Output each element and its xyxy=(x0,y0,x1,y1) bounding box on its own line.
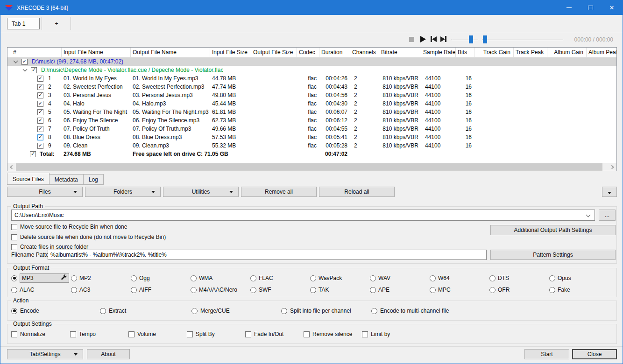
setting-checkbox[interactable] xyxy=(245,331,251,337)
format-option-swf[interactable]: SWF xyxy=(250,285,310,294)
volume-slider-thumb[interactable] xyxy=(469,35,473,43)
format-option-alac[interactable]: ALAC xyxy=(11,285,71,294)
row-checkbox[interactable]: ✓ xyxy=(31,67,37,73)
column-header-bits[interactable]: Bits xyxy=(456,48,474,57)
setting-checkbox[interactable] xyxy=(187,331,193,337)
setting-option-volume[interactable]: Volume xyxy=(128,331,156,337)
format-option-w64[interactable]: W64 xyxy=(430,273,489,283)
format-option-mp2[interactable]: MP2 xyxy=(71,273,131,283)
tab-source-files[interactable]: Source Files xyxy=(7,173,50,185)
option-move-source-file-to-recycle-bin-when-done[interactable]: Move source file to Recycle Bin when don… xyxy=(11,224,127,230)
row-checkbox[interactable]: ✓ xyxy=(21,59,28,65)
format-option-wavpack[interactable]: WavPack xyxy=(310,273,370,283)
toolbar-more-button[interactable] xyxy=(602,187,617,197)
next-track-icon[interactable] xyxy=(440,36,446,42)
additional-output-path-settings-button[interactable]: Additional Output Path Settings xyxy=(490,225,616,235)
tab-log[interactable]: Log xyxy=(83,174,104,185)
pattern-settings-button[interactable]: Pattern Settings xyxy=(490,250,616,260)
toolbar-button-files[interactable]: Files xyxy=(7,187,83,197)
format-option-aiff[interactable]: AIFF xyxy=(131,285,191,294)
format-option-mp3[interactable]: MP3 xyxy=(11,273,71,283)
column-header-sample-rate[interactable]: Sample Rate xyxy=(421,48,456,57)
total-checkbox[interactable]: ✓ xyxy=(30,151,36,157)
column-header-input-file-name[interactable]: Input File Name xyxy=(62,48,131,57)
root-folder-row[interactable]: ✓D:\music\ (9/9, 274.68 MB, 00:47:02) xyxy=(7,57,616,66)
album-row[interactable]: ✓D:\music\Depeche Mode - Violator.flac.c… xyxy=(7,66,616,74)
action-option-merge-cue[interactable]: Merge/CUE xyxy=(191,308,230,314)
track-checkbox[interactable]: ✓ xyxy=(37,92,43,98)
horizontal-scrollbar[interactable] xyxy=(7,163,616,171)
track-checkbox[interactable]: ✓ xyxy=(37,143,43,149)
column-header-track-gain[interactable]: Track Gain xyxy=(474,48,514,57)
format-option-wav[interactable]: WAV xyxy=(370,273,430,283)
selected-format-box[interactable]: MP3 xyxy=(20,273,69,283)
expand-chevron-icon[interactable] xyxy=(23,67,28,72)
toolbar-button-reload-all[interactable]: Reload all xyxy=(319,187,395,197)
option-checkbox[interactable] xyxy=(11,234,17,240)
wrench-icon[interactable] xyxy=(61,274,67,282)
column-header-[interactable]: # xyxy=(7,48,62,57)
filename-pattern-input[interactable] xyxy=(48,250,487,260)
track-checkbox[interactable]: ✓ xyxy=(37,84,43,90)
browse-button[interactable]: ... xyxy=(599,210,616,221)
track-checkbox[interactable]: ✓ xyxy=(37,118,43,124)
track-row[interactable]: ✓808. Blue Dress08. Blue Dress.mp357.53 … xyxy=(7,133,616,141)
format-option-tak[interactable]: TAK xyxy=(310,285,370,294)
option-checkbox[interactable] xyxy=(11,244,17,250)
column-header-input-file-size[interactable]: Input File Size xyxy=(210,48,251,57)
expand-chevron-icon[interactable] xyxy=(14,59,18,63)
maximize-button[interactable] xyxy=(580,0,601,15)
scroll-right-arrow-icon[interactable] xyxy=(609,163,616,171)
volume-slider[interactable] xyxy=(452,35,478,43)
setting-option-normalize[interactable]: Normalize xyxy=(11,331,45,337)
previous-track-icon[interactable] xyxy=(431,36,437,42)
close-button[interactable]: ✕ xyxy=(601,0,623,15)
scrollbar-thumb[interactable] xyxy=(16,163,602,171)
track-checkbox[interactable]: ✓ xyxy=(37,101,43,107)
seek-slider-thumb[interactable] xyxy=(483,35,487,43)
column-header-album-gain[interactable]: Album Gain xyxy=(547,48,587,57)
tab-metadata[interactable]: Metadata xyxy=(49,174,84,185)
option-delete-source-file-when-done-do-not-move-to-recycle-bin[interactable]: Delete source file when done (do not mov… xyxy=(11,234,166,240)
format-option-dts[interactable]: DTS xyxy=(489,273,549,283)
tab-settings-button[interactable]: Tab/Settings xyxy=(7,349,83,359)
scroll-left-arrow-icon[interactable] xyxy=(7,163,15,171)
setting-checkbox[interactable] xyxy=(304,331,310,337)
column-header-track-peak[interactable]: Track Peak xyxy=(514,48,547,57)
setting-option-fade-in-out[interactable]: Fade In/Out xyxy=(245,331,283,337)
about-button[interactable]: About xyxy=(87,349,130,359)
column-header-album-peak[interactable]: Album Peak xyxy=(587,48,616,57)
column-header-duration[interactable]: Duration xyxy=(319,48,350,57)
setting-checkbox[interactable] xyxy=(11,331,17,337)
format-option-ac3[interactable]: AC3 xyxy=(71,285,131,294)
format-option-m4a-aac-nero[interactable]: M4A/AAC/Nero xyxy=(191,285,250,294)
track-row[interactable]: ✓404. Halo04. Halo.mp345.44 MBflac00:04:… xyxy=(7,99,616,108)
track-row[interactable]: ✓202. Sweetest Perfection02. Sweetest Pe… xyxy=(7,83,616,91)
chevron-down-icon[interactable] xyxy=(586,213,591,217)
action-option-split-into-file-per-channel[interactable]: Split into file per channel xyxy=(281,308,351,314)
column-header-codec[interactable]: Codec xyxy=(297,48,319,57)
setting-checkbox[interactable] xyxy=(70,331,76,337)
close-dialog-button[interactable]: Close xyxy=(572,349,617,359)
minimize-button[interactable] xyxy=(558,0,580,15)
track-checkbox[interactable]: ✓ xyxy=(37,76,43,82)
track-row[interactable]: ✓707. Policy Of Truth07. Policy Of Truth… xyxy=(7,125,616,133)
new-tab-button[interactable]: + xyxy=(43,18,70,29)
toolbar-button-utilities[interactable]: Utilities xyxy=(163,187,239,197)
column-header-channels[interactable]: Channels xyxy=(350,48,379,57)
format-option-ape[interactable]: APE xyxy=(370,285,430,294)
setting-option-remove-silence[interactable]: Remove silence xyxy=(304,331,352,337)
setting-checkbox[interactable] xyxy=(362,331,368,337)
setting-option-limit-by[interactable]: Limit by xyxy=(362,331,390,337)
seek-slider[interactable] xyxy=(482,35,563,43)
column-header-output-file-size[interactable]: Output File Size xyxy=(251,48,297,57)
format-option-opus[interactable]: Opus xyxy=(549,273,609,283)
setting-option-tempo[interactable]: Tempo xyxy=(70,331,96,337)
format-option-wma[interactable]: WMA xyxy=(191,273,250,283)
setting-checkbox[interactable] xyxy=(128,331,135,337)
format-option-ogg[interactable]: Ogg xyxy=(131,273,191,283)
toolbar-button-remove-all[interactable]: Remove all xyxy=(241,187,317,197)
stop-icon[interactable] xyxy=(409,37,414,42)
track-checkbox[interactable]: ✓ xyxy=(37,126,43,132)
track-row[interactable]: ✓909. Clean09. Clean.mp355.32 MBflac00:0… xyxy=(7,141,616,150)
